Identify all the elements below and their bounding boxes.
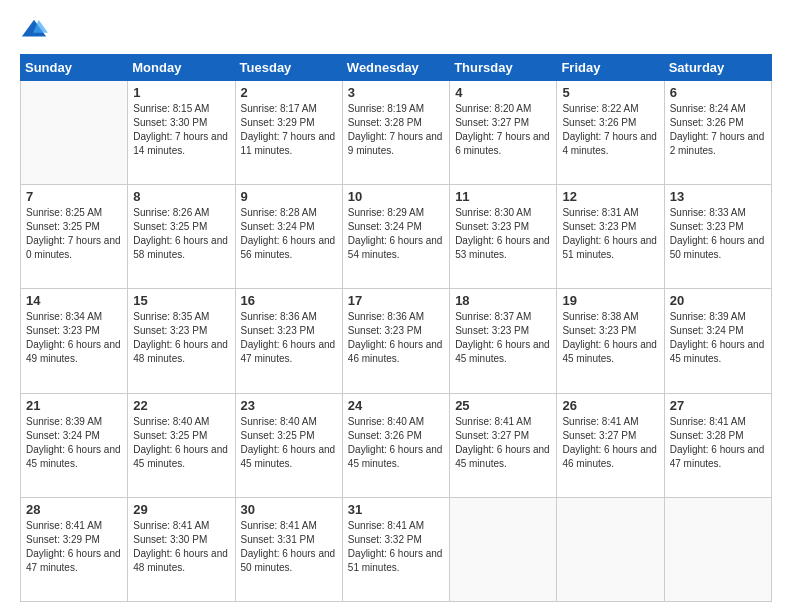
day-number: 5 — [562, 85, 658, 100]
day-number: 9 — [241, 189, 337, 204]
weekday-header-monday: Monday — [128, 55, 235, 81]
day-info: Sunrise: 8:36 AMSunset: 3:23 PMDaylight:… — [241, 310, 337, 366]
day-info: Sunrise: 8:29 AMSunset: 3:24 PMDaylight:… — [348, 206, 444, 262]
day-info: Sunrise: 8:41 AMSunset: 3:32 PMDaylight:… — [348, 519, 444, 575]
day-number: 17 — [348, 293, 444, 308]
day-number: 6 — [670, 85, 766, 100]
calendar-cell: 13 Sunrise: 8:33 AMSunset: 3:23 PMDaylig… — [664, 185, 771, 289]
day-number: 2 — [241, 85, 337, 100]
day-info: Sunrise: 8:41 AMSunset: 3:30 PMDaylight:… — [133, 519, 229, 575]
calendar-cell — [21, 81, 128, 185]
weekday-header-saturday: Saturday — [664, 55, 771, 81]
day-number: 30 — [241, 502, 337, 517]
weekday-header-sunday: Sunday — [21, 55, 128, 81]
week-row-2: 7 Sunrise: 8:25 AMSunset: 3:25 PMDayligh… — [21, 185, 772, 289]
calendar-cell — [664, 497, 771, 601]
week-row-5: 28 Sunrise: 8:41 AMSunset: 3:29 PMDaylig… — [21, 497, 772, 601]
calendar-cell: 21 Sunrise: 8:39 AMSunset: 3:24 PMDaylig… — [21, 393, 128, 497]
day-info: Sunrise: 8:40 AMSunset: 3:26 PMDaylight:… — [348, 415, 444, 471]
day-info: Sunrise: 8:39 AMSunset: 3:24 PMDaylight:… — [26, 415, 122, 471]
day-info: Sunrise: 8:41 AMSunset: 3:28 PMDaylight:… — [670, 415, 766, 471]
day-number: 8 — [133, 189, 229, 204]
week-row-1: 1 Sunrise: 8:15 AMSunset: 3:30 PMDayligh… — [21, 81, 772, 185]
weekday-header-thursday: Thursday — [450, 55, 557, 81]
calendar-cell: 22 Sunrise: 8:40 AMSunset: 3:25 PMDaylig… — [128, 393, 235, 497]
calendar-cell: 27 Sunrise: 8:41 AMSunset: 3:28 PMDaylig… — [664, 393, 771, 497]
calendar-cell: 31 Sunrise: 8:41 AMSunset: 3:32 PMDaylig… — [342, 497, 449, 601]
calendar-cell: 23 Sunrise: 8:40 AMSunset: 3:25 PMDaylig… — [235, 393, 342, 497]
logo — [20, 16, 52, 44]
calendar-cell: 24 Sunrise: 8:40 AMSunset: 3:26 PMDaylig… — [342, 393, 449, 497]
day-number: 24 — [348, 398, 444, 413]
calendar-cell: 4 Sunrise: 8:20 AMSunset: 3:27 PMDayligh… — [450, 81, 557, 185]
calendar-cell: 11 Sunrise: 8:30 AMSunset: 3:23 PMDaylig… — [450, 185, 557, 289]
calendar-cell: 5 Sunrise: 8:22 AMSunset: 3:26 PMDayligh… — [557, 81, 664, 185]
day-info: Sunrise: 8:40 AMSunset: 3:25 PMDaylight:… — [133, 415, 229, 471]
day-info: Sunrise: 8:41 AMSunset: 3:31 PMDaylight:… — [241, 519, 337, 575]
calendar-cell: 2 Sunrise: 8:17 AMSunset: 3:29 PMDayligh… — [235, 81, 342, 185]
logo-icon — [20, 16, 48, 44]
day-info: Sunrise: 8:34 AMSunset: 3:23 PMDaylight:… — [26, 310, 122, 366]
day-number: 1 — [133, 85, 229, 100]
day-info: Sunrise: 8:31 AMSunset: 3:23 PMDaylight:… — [562, 206, 658, 262]
day-info: Sunrise: 8:22 AMSunset: 3:26 PMDaylight:… — [562, 102, 658, 158]
day-number: 25 — [455, 398, 551, 413]
header — [20, 16, 772, 44]
day-info: Sunrise: 8:17 AMSunset: 3:29 PMDaylight:… — [241, 102, 337, 158]
day-number: 7 — [26, 189, 122, 204]
calendar-cell: 29 Sunrise: 8:41 AMSunset: 3:30 PMDaylig… — [128, 497, 235, 601]
day-number: 15 — [133, 293, 229, 308]
day-number: 28 — [26, 502, 122, 517]
day-number: 20 — [670, 293, 766, 308]
day-info: Sunrise: 8:25 AMSunset: 3:25 PMDaylight:… — [26, 206, 122, 262]
calendar-cell: 19 Sunrise: 8:38 AMSunset: 3:23 PMDaylig… — [557, 289, 664, 393]
day-number: 22 — [133, 398, 229, 413]
day-info: Sunrise: 8:39 AMSunset: 3:24 PMDaylight:… — [670, 310, 766, 366]
day-number: 31 — [348, 502, 444, 517]
weekday-header-friday: Friday — [557, 55, 664, 81]
calendar-cell: 26 Sunrise: 8:41 AMSunset: 3:27 PMDaylig… — [557, 393, 664, 497]
calendar-cell: 9 Sunrise: 8:28 AMSunset: 3:24 PMDayligh… — [235, 185, 342, 289]
calendar-cell: 10 Sunrise: 8:29 AMSunset: 3:24 PMDaylig… — [342, 185, 449, 289]
calendar-cell: 12 Sunrise: 8:31 AMSunset: 3:23 PMDaylig… — [557, 185, 664, 289]
calendar-table: SundayMondayTuesdayWednesdayThursdayFrid… — [20, 54, 772, 602]
calendar-cell: 14 Sunrise: 8:34 AMSunset: 3:23 PMDaylig… — [21, 289, 128, 393]
calendar-cell: 25 Sunrise: 8:41 AMSunset: 3:27 PMDaylig… — [450, 393, 557, 497]
calendar-cell — [450, 497, 557, 601]
calendar-cell: 16 Sunrise: 8:36 AMSunset: 3:23 PMDaylig… — [235, 289, 342, 393]
day-info: Sunrise: 8:40 AMSunset: 3:25 PMDaylight:… — [241, 415, 337, 471]
day-number: 13 — [670, 189, 766, 204]
day-number: 3 — [348, 85, 444, 100]
day-info: Sunrise: 8:30 AMSunset: 3:23 PMDaylight:… — [455, 206, 551, 262]
calendar-cell: 17 Sunrise: 8:36 AMSunset: 3:23 PMDaylig… — [342, 289, 449, 393]
day-number: 27 — [670, 398, 766, 413]
week-row-4: 21 Sunrise: 8:39 AMSunset: 3:24 PMDaylig… — [21, 393, 772, 497]
day-info: Sunrise: 8:41 AMSunset: 3:29 PMDaylight:… — [26, 519, 122, 575]
day-info: Sunrise: 8:15 AMSunset: 3:30 PMDaylight:… — [133, 102, 229, 158]
weekday-header-wednesday: Wednesday — [342, 55, 449, 81]
calendar-cell: 28 Sunrise: 8:41 AMSunset: 3:29 PMDaylig… — [21, 497, 128, 601]
day-info: Sunrise: 8:41 AMSunset: 3:27 PMDaylight:… — [562, 415, 658, 471]
day-info: Sunrise: 8:35 AMSunset: 3:23 PMDaylight:… — [133, 310, 229, 366]
calendar-cell: 3 Sunrise: 8:19 AMSunset: 3:28 PMDayligh… — [342, 81, 449, 185]
calendar-cell: 20 Sunrise: 8:39 AMSunset: 3:24 PMDaylig… — [664, 289, 771, 393]
weekday-header-tuesday: Tuesday — [235, 55, 342, 81]
calendar-cell: 6 Sunrise: 8:24 AMSunset: 3:26 PMDayligh… — [664, 81, 771, 185]
day-number: 12 — [562, 189, 658, 204]
calendar-cell: 7 Sunrise: 8:25 AMSunset: 3:25 PMDayligh… — [21, 185, 128, 289]
day-info: Sunrise: 8:33 AMSunset: 3:23 PMDaylight:… — [670, 206, 766, 262]
day-info: Sunrise: 8:41 AMSunset: 3:27 PMDaylight:… — [455, 415, 551, 471]
day-number: 10 — [348, 189, 444, 204]
calendar-cell: 8 Sunrise: 8:26 AMSunset: 3:25 PMDayligh… — [128, 185, 235, 289]
day-number: 19 — [562, 293, 658, 308]
calendar-cell: 30 Sunrise: 8:41 AMSunset: 3:31 PMDaylig… — [235, 497, 342, 601]
day-number: 14 — [26, 293, 122, 308]
day-info: Sunrise: 8:38 AMSunset: 3:23 PMDaylight:… — [562, 310, 658, 366]
calendar-cell: 18 Sunrise: 8:37 AMSunset: 3:23 PMDaylig… — [450, 289, 557, 393]
day-number: 23 — [241, 398, 337, 413]
calendar-cell: 1 Sunrise: 8:15 AMSunset: 3:30 PMDayligh… — [128, 81, 235, 185]
day-number: 29 — [133, 502, 229, 517]
week-row-3: 14 Sunrise: 8:34 AMSunset: 3:23 PMDaylig… — [21, 289, 772, 393]
day-number: 4 — [455, 85, 551, 100]
day-number: 11 — [455, 189, 551, 204]
